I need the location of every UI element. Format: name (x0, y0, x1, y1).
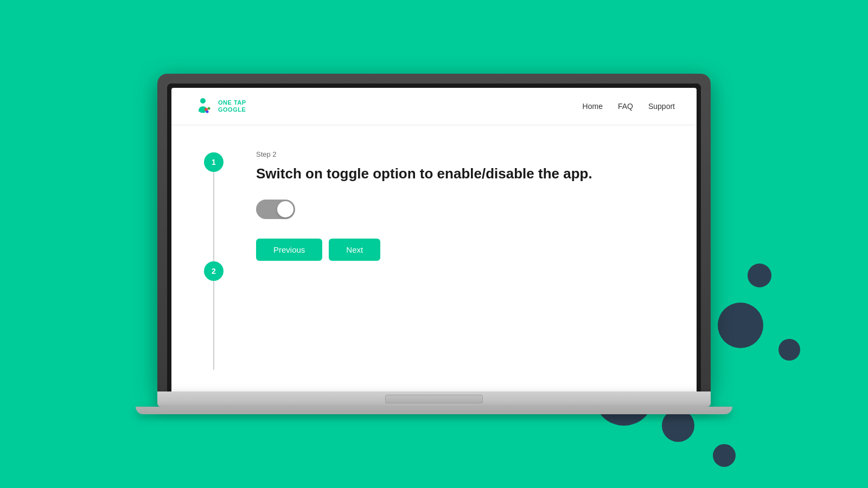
toggle-container[interactable] (256, 200, 675, 219)
step-connector-line-2 (213, 281, 214, 370)
step-circle-1: 1 (204, 152, 224, 172)
next-button[interactable]: Next (329, 239, 380, 261)
nav-home[interactable]: Home (583, 102, 603, 111)
nav-faq[interactable]: FAQ (618, 102, 633, 111)
svg-point-6 (713, 444, 736, 467)
step-connector-line (213, 172, 214, 261)
toggle-track (256, 200, 295, 219)
laptop-screen-shell: ONE TAP GOOGLE Home FAQ Support 1 (157, 74, 711, 391)
svg-point-1 (718, 303, 763, 348)
toggle-switch[interactable] (256, 200, 295, 219)
svg-point-10 (208, 107, 210, 110)
step-heading: Switch on toggle option to enable/disabl… (256, 164, 675, 183)
logo-text: ONE TAP GOOGLE (218, 99, 246, 113)
nav-support[interactable]: Support (648, 102, 675, 111)
logo-icon (193, 97, 213, 116)
svg-point-5 (662, 409, 694, 442)
laptop-screen: ONE TAP GOOGLE Home FAQ Support 1 (171, 88, 697, 391)
svg-point-2 (748, 264, 771, 287)
steps-sidebar: 1 2 (204, 147, 224, 370)
site-header: ONE TAP GOOGLE Home FAQ Support (171, 88, 697, 125)
logo-title-line2: GOOGLE (218, 106, 246, 113)
nav-links: Home FAQ Support (583, 102, 675, 111)
svg-point-7 (200, 98, 206, 104)
svg-point-3 (778, 339, 800, 361)
laptop-trackpad (385, 395, 483, 403)
laptop-wrapper: ONE TAP GOOGLE Home FAQ Support 1 (157, 74, 711, 414)
site-body: 1 2 Step 2 Switch on toggle option to en… (171, 125, 697, 391)
main-content: Step 2 Switch on toggle option to enable… (256, 147, 675, 370)
laptop-screen-bezel: ONE TAP GOOGLE Home FAQ Support 1 (167, 84, 701, 391)
step-label: Step 2 (256, 150, 675, 158)
previous-button[interactable]: Previous (256, 239, 322, 261)
step-circle-2: 2 (204, 261, 224, 281)
logo-area: ONE TAP GOOGLE (193, 97, 246, 116)
laptop-base (157, 391, 711, 407)
svg-point-11 (206, 111, 209, 113)
button-row: Previous Next (256, 239, 675, 261)
logo-title-line1: ONE TAP (218, 99, 246, 106)
laptop-foot (136, 407, 732, 414)
toggle-thumb (277, 201, 293, 217)
